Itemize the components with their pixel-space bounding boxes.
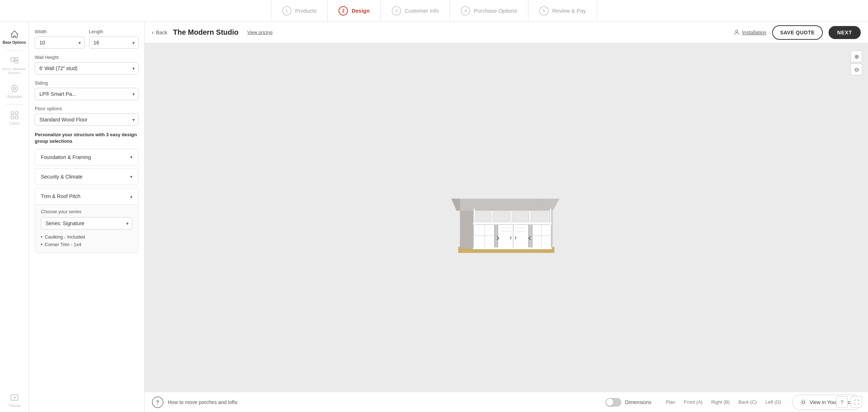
nav-step-products[interactable]: 1 Products: [271, 0, 328, 22]
svg-rect-50: [550, 209, 551, 248]
tab-right[interactable]: Right (B): [711, 399, 729, 405]
svg-point-4: [13, 87, 16, 90]
sidebar-item-base-options[interactable]: Base Options: [0, 25, 29, 49]
svg-rect-2: [15, 61, 18, 63]
width-select-wrapper: 10: [35, 37, 85, 49]
main-layout: Base Options Doors, Windows, Dormers Upg…: [0, 22, 868, 412]
sidebar-divider-1: [6, 50, 23, 51]
canvas-area: ⊕ ⊖: [145, 43, 868, 392]
svg-rect-0: [11, 57, 14, 61]
accordion-foundation-framing: Foundation & Framing ▾: [35, 149, 139, 166]
length-select[interactable]: 16: [89, 37, 139, 49]
length-field-group: Length 16: [89, 29, 139, 49]
preview-title: The Modern Studio: [173, 28, 238, 37]
svg-rect-49: [474, 209, 475, 248]
sidebar-label-colors: Colors: [9, 121, 20, 125]
step-circle-4: 4: [461, 6, 470, 16]
installation-label: Installation: [742, 30, 766, 35]
floor-select-wrapper: Standard Wood Floor: [35, 113, 139, 126]
step-circle-5: 5: [539, 6, 549, 16]
accordion-header-trim[interactable]: Trim & Roof Pitch ▴: [35, 188, 138, 204]
series-select[interactable]: Series: Signature: [41, 217, 132, 229]
svg-rect-52: [473, 248, 552, 249]
sidebar-label-upgrades: Upgrades: [7, 95, 22, 99]
svg-rect-9: [11, 116, 14, 119]
nav-step-design[interactable]: 2 Design: [328, 0, 381, 22]
siding-label: Siding: [35, 80, 139, 86]
accordion-header-foundation[interactable]: Foundation & Framing ▾: [35, 149, 138, 165]
svg-rect-30: [494, 212, 510, 222]
svg-rect-15: [460, 209, 474, 248]
zoom-out-button[interactable]: ⊖: [851, 64, 862, 75]
tab-left[interactable]: Left (D): [765, 399, 781, 405]
wall-height-label: Wall Height: [35, 55, 139, 60]
sidebar-item-tutorial[interactable]: Tutorial: [0, 389, 29, 412]
nav-label-customer-info: Customer Info: [405, 8, 439, 14]
dimensions-row: Width 10 Length 16: [35, 29, 139, 49]
sidebar-item-doors-windows[interactable]: Doors, Windows, Dormers: [0, 52, 29, 80]
wall-height-select[interactable]: 6' Wall (72" stud): [35, 62, 139, 74]
tab-back[interactable]: Back (C): [739, 399, 757, 405]
doors-windows-icon: [10, 56, 19, 66]
width-select[interactable]: 10: [35, 37, 85, 49]
wall-height-select-wrapper: 6' Wall (72" stud): [35, 62, 139, 74]
help-circle-button[interactable]: ?: [836, 396, 848, 408]
floor-options-group: Floor options Standard Wood Floor: [35, 106, 139, 126]
nav-step-customer-info[interactable]: 3 Customer Info: [381, 0, 450, 22]
wall-height-group: Wall Height 6' Wall (72" stud): [35, 55, 139, 74]
sidebar-label-tutorial: Tutorial: [8, 404, 20, 408]
back-button[interactable]: ‹ Back: [152, 29, 167, 36]
fullscreen-button[interactable]: ⛶: [851, 396, 862, 408]
svg-rect-11: [11, 395, 18, 400]
view-pricing-link[interactable]: View pricing: [247, 30, 273, 35]
floor-select[interactable]: Standard Wood Floor: [35, 113, 139, 126]
svg-rect-29: [475, 212, 492, 222]
siding-select-wrapper: LP® Smart Pa...: [35, 88, 139, 100]
view-tabs: Plan Front (A) Right (B) Back (C) Left (…: [666, 399, 781, 405]
how-to-text: How to move porches and lofts: [168, 399, 237, 405]
svg-marker-16: [451, 199, 559, 211]
nav-label-products: Products: [295, 8, 316, 14]
back-label: Back: [156, 30, 167, 35]
dimensions-area: Dimensions: [605, 398, 651, 407]
bottom-right-controls: ? ⛶: [836, 396, 862, 408]
tutorial-icon: [10, 393, 19, 402]
next-button[interactable]: NEXT: [829, 26, 861, 39]
accordion-header-security[interactable]: Security & Climate ▾: [35, 169, 138, 185]
home-icon: [10, 30, 19, 39]
step-circle-2: 2: [339, 6, 348, 16]
installation-button[interactable]: Installation: [733, 29, 766, 36]
accordion-label-foundation: Foundation & Framing: [41, 154, 91, 160]
accordion-arrow-trim: ▴: [130, 194, 132, 199]
preview-header: ‹ Back The Modern Studio View pricing In…: [145, 22, 868, 43]
choose-series-label: Choose your series: [41, 209, 132, 214]
nav-step-review-pay[interactable]: 5 Review & Pay: [528, 0, 597, 22]
svg-point-57: [802, 401, 804, 403]
nav-label-review-pay: Review & Pay: [552, 8, 586, 14]
svg-point-12: [736, 30, 738, 32]
zoom-in-button[interactable]: ⊕: [851, 51, 862, 62]
length-label: Length: [89, 29, 139, 34]
sidebar-item-colors[interactable]: Colors: [0, 106, 29, 130]
accordion-label-trim: Trim & Roof Pitch: [41, 193, 80, 199]
accordion-arrow-security: ▾: [130, 174, 132, 179]
svg-rect-1: [15, 57, 18, 60]
svg-point-3: [11, 85, 17, 91]
tab-plan[interactable]: Plan: [666, 399, 675, 405]
length-select-wrapper: 16: [89, 37, 139, 49]
shed-preview: [438, 167, 575, 268]
siding-group: Siding LP® Smart Pa...: [35, 80, 139, 100]
sidebar-label-doors-windows: Doors, Windows, Dormers: [2, 67, 27, 75]
help-icon: ?: [841, 399, 843, 405]
dimensions-toggle[interactable]: [605, 398, 621, 407]
svg-rect-31: [512, 212, 529, 222]
fullscreen-icon: ⛶: [854, 399, 859, 405]
nav-step-purchase-options[interactable]: 4 Purchase Options: [450, 0, 528, 22]
sidebar-item-upgrades[interactable]: Upgrades: [0, 80, 29, 103]
tab-front[interactable]: Front (A): [684, 399, 702, 405]
top-navigation: 1 Products 2 Design 3 Customer Info 4 Pu…: [0, 0, 868, 22]
save-quote-button[interactable]: SAVE QUOTE: [772, 25, 823, 40]
help-icon-button[interactable]: ?: [152, 396, 163, 408]
accordion-arrow-foundation: ▾: [130, 155, 132, 160]
siding-select[interactable]: LP® Smart Pa...: [35, 88, 139, 100]
